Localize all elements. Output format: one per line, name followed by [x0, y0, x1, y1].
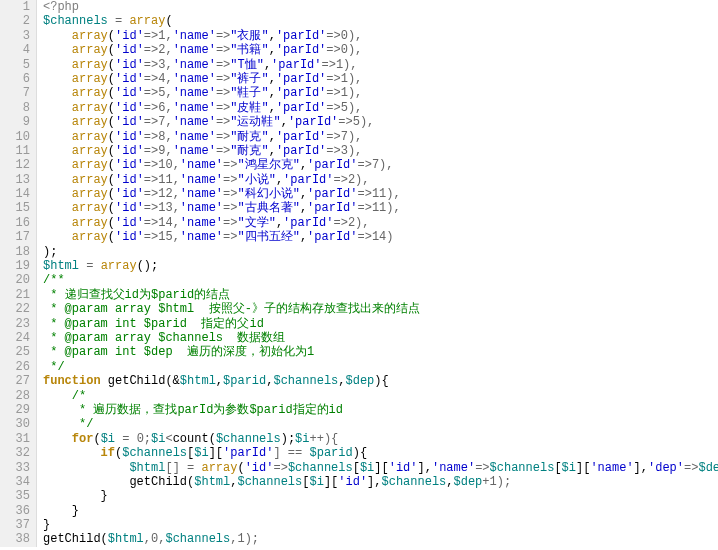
code-token: 'id': [115, 72, 144, 86]
code-token: =: [108, 14, 130, 28]
code-line[interactable]: array('id'=>9,'name'=>"耐克",'parId'=>3),: [43, 144, 718, 158]
code-line[interactable]: array('id'=>14,'name'=>"文学",'parId'=>2),: [43, 216, 718, 230]
code-line[interactable]: array('id'=>7,'name'=>"运动鞋",'parId'=>5),: [43, 115, 718, 129]
code-token: =>: [223, 158, 237, 172]
code-line[interactable]: * @param int $dep 遍历的深度，初始化为1: [43, 345, 718, 359]
code-line[interactable]: * @param array $html 按照父-》子的结构存放查找出来的结点: [43, 302, 718, 316]
code-token: (: [108, 216, 115, 230]
code-token: =>1,: [144, 29, 173, 43]
code-token: [43, 58, 72, 72]
code-line[interactable]: <?php: [43, 0, 718, 14]
code-line[interactable]: getChild($html,0,$channels,1);: [43, 532, 718, 546]
line-number: 30: [4, 417, 30, 431]
code-token: $html: [108, 532, 144, 546]
code-line[interactable]: * @param int $parid 指定的父id: [43, 317, 718, 331]
code-line[interactable]: array('id'=>1,'name'=>"衣服",'parId'=>0),: [43, 29, 718, 43]
code-line[interactable]: array('id'=>4,'name'=>"裤子",'parId'=>1),: [43, 72, 718, 86]
code-line[interactable]: function getChild(&$html,$parid,$channel…: [43, 374, 718, 388]
code-token: 'id': [115, 130, 144, 144]
line-number: 2: [4, 14, 30, 28]
code-editor-content[interactable]: <?php$channels = array( array('id'=>1,'n…: [37, 0, 718, 547]
code-line[interactable]: array('id'=>10,'name'=>"鸿星尔克",'parId'=>7…: [43, 158, 718, 172]
code-line[interactable]: $channels = array(: [43, 14, 718, 28]
code-line[interactable]: array('id'=>6,'name'=>"皮鞋",'parId'=>5),: [43, 101, 718, 115]
code-token: =>11,: [144, 173, 180, 187]
code-line[interactable]: array('id'=>5,'name'=>"鞋子",'parId'=>1),: [43, 86, 718, 100]
code-token: "四书五经": [237, 230, 299, 244]
code-line[interactable]: array('id'=>2,'name'=>"书籍",'parId'=>0),: [43, 43, 718, 57]
line-number: 35: [4, 489, 30, 503]
code-token: (: [165, 14, 172, 28]
code-line[interactable]: */: [43, 417, 718, 431]
code-token: array: [72, 72, 108, 86]
code-line[interactable]: }: [43, 489, 718, 503]
code-token: ][: [209, 446, 223, 460]
code-line[interactable]: * @param array $channels 数据数组: [43, 331, 718, 345]
code-line[interactable]: array('id'=>13,'name'=>"古典名著",'parId'=>1…: [43, 201, 718, 215]
code-line[interactable]: $html = array();: [43, 259, 718, 273]
code-token: [43, 115, 72, 129]
code-token: "书籍": [230, 43, 268, 57]
code-token: 'parId': [307, 230, 357, 244]
code-token: $html: [194, 475, 230, 489]
code-token: "皮鞋": [230, 101, 268, 115]
code-token: =>10,: [144, 158, 180, 172]
code-token: ,: [269, 130, 276, 144]
code-line[interactable]: }: [43, 518, 718, 532]
code-token: "鞋子": [230, 86, 268, 100]
line-number: 13: [4, 173, 30, 187]
code-line[interactable]: array('id'=>15,'name'=>"四书五经",'parId'=>1…: [43, 230, 718, 244]
code-token: ,: [269, 101, 276, 115]
code-token: array: [129, 14, 165, 28]
code-line[interactable]: array('id'=>12,'name'=>"科幻小说",'parId'=>1…: [43, 187, 718, 201]
code-line[interactable]: array('id'=>3,'name'=>"T恤",'parId'=>1),: [43, 58, 718, 72]
code-token: $parid: [223, 374, 266, 388]
code-token: =>2,: [144, 43, 173, 57]
code-token: $channels: [382, 475, 447, 489]
code-token: array: [72, 201, 108, 215]
code-token: "文学": [237, 216, 275, 230]
code-token: =>1),: [322, 58, 358, 72]
code-token: [43, 72, 72, 86]
code-token: ][: [324, 475, 338, 489]
code-token: (: [108, 72, 115, 86]
line-number: 36: [4, 504, 30, 518]
code-line[interactable]: /*: [43, 389, 718, 403]
code-line[interactable]: array('id'=>11,'name'=>"小说",'parId'=>2),: [43, 173, 718, 187]
code-token: ,: [264, 58, 271, 72]
code-line[interactable]: * 递归查找父id为$parid的结点: [43, 288, 718, 302]
code-token: =>2),: [334, 216, 370, 230]
code-token: $html: [180, 374, 216, 388]
code-token: $channels: [288, 461, 353, 475]
code-token: count: [173, 432, 209, 446]
code-token: 'parId': [283, 173, 333, 187]
code-line[interactable]: );: [43, 245, 718, 259]
code-token: ],: [418, 461, 432, 475]
code-token: [43, 43, 72, 57]
code-token: 'parId': [276, 130, 326, 144]
code-token: function: [43, 374, 101, 388]
code-token: $channels: [43, 14, 108, 28]
code-line[interactable]: * 遍历数据，查找parId为参数$parid指定的id: [43, 403, 718, 417]
code-token: =>: [223, 230, 237, 244]
line-number: 28: [4, 389, 30, 403]
code-token: [43, 86, 72, 100]
line-number: 6: [4, 72, 30, 86]
code-line[interactable]: getChild($html,$channels[$i]['id'],$chan…: [43, 475, 718, 489]
code-line[interactable]: }: [43, 504, 718, 518]
code-line[interactable]: /**: [43, 273, 718, 287]
code-token: ] ==: [273, 446, 309, 460]
code-token: =>: [216, 43, 230, 57]
code-line[interactable]: if($channels[$i]['parId'] == $parid){: [43, 446, 718, 460]
code-line[interactable]: $html[] = array('id'=>$channels[$i]['id'…: [43, 461, 718, 475]
code-token: (: [108, 58, 115, 72]
code-token: =>: [216, 101, 230, 115]
code-line[interactable]: array('id'=>8,'name'=>"耐克",'parId'=>7),: [43, 130, 718, 144]
code-token: [: [353, 461, 360, 475]
code-token: 'parId': [276, 86, 326, 100]
code-token: "衣服": [230, 29, 268, 43]
code-line[interactable]: */: [43, 360, 718, 374]
code-line[interactable]: for($i = 0;$i<count($channels);$i++){: [43, 432, 718, 446]
code-token: =>3),: [326, 144, 362, 158]
code-token: $channels: [273, 374, 338, 388]
